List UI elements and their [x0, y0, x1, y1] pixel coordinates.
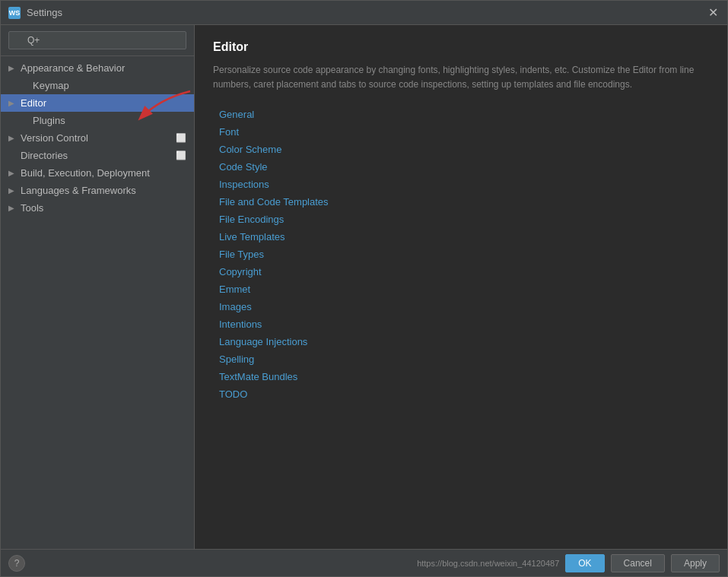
settings-window: WS Settings ✕ 🔍 ▶ Appearance & Behavior	[0, 0, 728, 577]
panel-description: Personalize source code appearance by ch…	[213, 63, 709, 92]
main-panel: Editor Personalize source code appearanc…	[195, 25, 727, 549]
link-inspections[interactable]: Inspections	[219, 177, 709, 192]
sidebar-item-tools[interactable]: ▶ Tools	[1, 199, 194, 217]
close-button[interactable]: ✕	[706, 6, 720, 20]
titlebar: WS Settings ✕	[1, 1, 727, 25]
expand-arrow-tools-icon: ▶	[8, 204, 19, 212]
cancel-button[interactable]: Cancel	[611, 554, 665, 572]
help-button[interactable]: ?	[8, 555, 25, 572]
vc-icon: ⬜	[176, 133, 186, 143]
link-file-encodings[interactable]: File Encodings	[219, 212, 709, 227]
link-general[interactable]: General	[219, 107, 709, 122]
link-color-scheme[interactable]: Color Scheme	[219, 142, 709, 157]
search-wrapper: 🔍	[8, 31, 186, 49]
nav-list: ▶ Appearance & Behavior ▶ Keymap ▶ Edito…	[1, 56, 194, 549]
link-language-injections[interactable]: Language Injections	[219, 334, 709, 349]
ok-button[interactable]: OK	[565, 554, 604, 572]
expand-arrow-build-icon: ▶	[8, 169, 19, 177]
sidebar-item-version-control[interactable]: ▶ Version Control ⬜	[1, 129, 194, 147]
link-textmate-bundles[interactable]: TextMate Bundles	[219, 369, 709, 384]
editor-links-list: General Font Color Scheme Code Style Ins…	[213, 107, 709, 401]
link-intentions[interactable]: Intentions	[219, 317, 709, 331]
sidebar-item-appearance[interactable]: ▶ Appearance & Behavior	[1, 59, 194, 77]
search-container: 🔍	[1, 25, 194, 56]
link-copyright[interactable]: Copyright	[219, 265, 709, 279]
expand-arrow-vc-icon: ▶	[8, 134, 19, 142]
sidebar-item-plugins[interactable]: ▶ Plugins	[1, 112, 194, 129]
window-title: Settings	[27, 7, 706, 18]
panel-title: Editor	[213, 40, 709, 54]
link-file-types[interactable]: File Types	[219, 247, 709, 262]
dir-icon: ⬜	[176, 151, 186, 160]
link-live-templates[interactable]: Live Templates	[219, 230, 709, 244]
link-file-and-code-templates[interactable]: File and Code Templates	[219, 195, 709, 209]
search-input[interactable]	[8, 31, 186, 49]
expand-arrow-lang-icon: ▶	[8, 186, 19, 195]
expand-arrow-icon: ▶	[8, 64, 19, 72]
sidebar-item-build[interactable]: ▶ Build, Execution, Deployment	[1, 164, 194, 182]
sidebar-item-editor[interactable]: ▶ Editor	[1, 94, 194, 112]
apply-button[interactable]: Apply	[671, 554, 720, 572]
link-spelling[interactable]: Spelling	[219, 352, 709, 366]
action-buttons: https://blog.csdn.net/weixin_44120487 OK…	[417, 554, 720, 572]
link-code-style[interactable]: Code Style	[219, 160, 709, 174]
sidebar-item-languages[interactable]: ▶ Languages & Frameworks	[1, 182, 194, 199]
bottom-bar: ? https://blog.csdn.net/weixin_44120487 …	[1, 549, 727, 576]
expand-arrow-editor-icon: ▶	[8, 99, 19, 107]
link-font[interactable]: Font	[219, 125, 709, 139]
app-icon: WS	[8, 7, 21, 19]
main-content: 🔍 ▶ Appearance & Behavior ▶ Keymap	[1, 25, 727, 549]
sidebar: 🔍 ▶ Appearance & Behavior ▶ Keymap	[1, 25, 195, 549]
sidebar-item-keymap[interactable]: ▶ Keymap	[1, 77, 194, 94]
link-emmet[interactable]: Emmet	[219, 282, 709, 296]
link-todo[interactable]: TODO	[219, 387, 709, 401]
link-images[interactable]: Images	[219, 300, 709, 314]
url-bar: https://blog.csdn.net/weixin_44120487	[417, 559, 559, 568]
sidebar-item-directories[interactable]: ▶ Directories ⬜	[1, 147, 194, 164]
